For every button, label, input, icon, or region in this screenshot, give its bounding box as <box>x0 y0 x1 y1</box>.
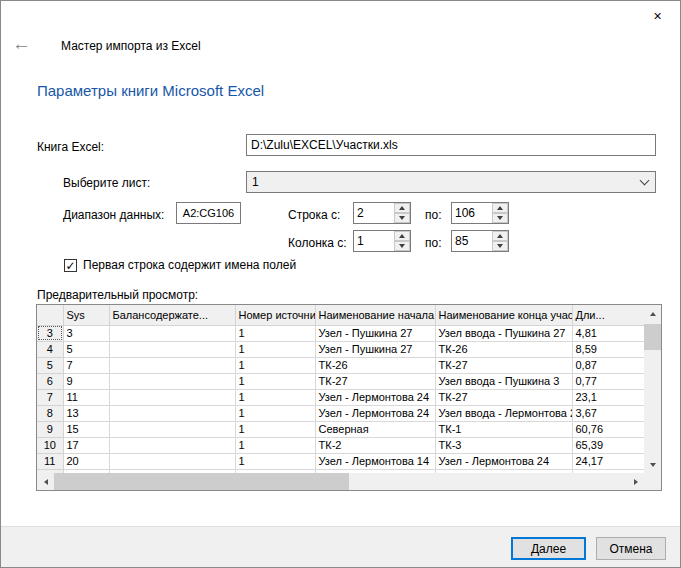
table-cell: 5 <box>63 341 109 357</box>
scroll-up-button[interactable] <box>644 305 661 322</box>
arrow-up-icon <box>399 234 405 238</box>
horizontal-scrollbar-thumb[interactable] <box>54 473 349 490</box>
row-from-input[interactable] <box>354 203 394 223</box>
table-cell: 0,77 <box>572 373 644 389</box>
column-header-corner <box>37 305 63 325</box>
table-cell: Узел - Лермонтова 24 <box>315 389 435 405</box>
range-label: Диапазон данных: <box>63 208 164 222</box>
table-cell: 1 <box>235 373 315 389</box>
preview-label: Предварительный просмотр: <box>37 288 198 302</box>
table-cell: 1 <box>235 421 315 437</box>
vertical-scrollbar-thumb[interactable] <box>644 324 661 350</box>
table-row[interactable]: 11201Узел - Лермонтова 14Узел - Лермонто… <box>37 453 644 469</box>
table-cell <box>109 421 235 437</box>
table-cell: 8,59 <box>572 341 644 357</box>
row-header: 11 <box>37 453 63 469</box>
table-cell: 60,76 <box>572 421 644 437</box>
table-cell: Узел ввода - Пушкина 3 <box>435 373 572 389</box>
col-from-input[interactable] <box>354 231 394 251</box>
arrow-up-icon <box>497 206 503 210</box>
table-cell <box>109 437 235 453</box>
table-cell: 4,81 <box>572 325 644 341</box>
scroll-left-button[interactable] <box>37 473 54 490</box>
back-arrow-icon: ← <box>12 33 31 54</box>
range-input[interactable] <box>176 202 241 224</box>
arrow-right-icon <box>634 479 638 485</box>
column-header-balance-holder: Балансодержате... <box>109 305 235 325</box>
table-cell: Узел - Пушкина 27 <box>315 325 435 341</box>
row-from-spin-down-button[interactable] <box>394 213 410 223</box>
close-button[interactable]: × <box>635 1 680 31</box>
col-to-spinner[interactable] <box>451 230 509 252</box>
col-to-spin-down-button[interactable] <box>492 241 508 251</box>
table-row[interactable]: 9151СевернаяТК-160,76 <box>37 421 644 437</box>
sheet-select[interactable]: 1 <box>246 171 656 193</box>
footer-bar: Далее Отмена <box>1 526 680 567</box>
row-from-spinner[interactable] <box>353 202 411 224</box>
column-header-source-number: Номер источника <box>235 305 315 325</box>
close-icon: × <box>653 8 661 24</box>
table-cell: 65,39 <box>572 437 644 453</box>
workbook-path-input[interactable] <box>246 134 656 156</box>
table-cell <box>109 325 235 341</box>
back-button[interactable]: ← <box>12 34 31 54</box>
col-from-spinner[interactable] <box>353 230 411 252</box>
table-cell: 7 <box>63 357 109 373</box>
table-cell: 13 <box>63 405 109 421</box>
first-row-checkbox[interactable]: ✓ Первая строка содержит имена полей <box>64 258 296 272</box>
arrow-down-icon <box>399 244 405 248</box>
table-cell: 23,1 <box>572 389 644 405</box>
table-cell: Узел ввода - Пушкина 27 <box>435 325 572 341</box>
row-header: 5 <box>37 357 63 373</box>
table-cell: 1 <box>235 389 315 405</box>
arrow-down-icon <box>650 463 656 467</box>
table-row[interactable]: 571ТК-26ТК-270,87 <box>37 357 644 373</box>
col-to-spin-up-button[interactable] <box>492 231 508 241</box>
table-row[interactable]: 691ТК-27Узел ввода - Пушкина 30,77 <box>37 373 644 389</box>
horizontal-scrollbar[interactable] <box>37 473 644 490</box>
table-row[interactable]: 8131Узел - Лермонтова 24Узел ввода - Лер… <box>37 405 644 421</box>
vertical-scrollbar[interactable] <box>644 305 661 473</box>
row-header: 7 <box>37 389 63 405</box>
arrow-down-icon <box>497 244 503 248</box>
table-cell: 1 <box>235 453 315 469</box>
sheet-selected-value: 1 <box>252 175 259 189</box>
row-header: 6 <box>37 373 63 389</box>
table-cell: Узел - Лермонтова 24 <box>435 453 572 469</box>
table-row[interactable]: 7111Узел - Лермонтова 24ТК-2723,1 <box>37 389 644 405</box>
table-cell: Узел - Лермонтова 14 <box>315 453 435 469</box>
preview-table: Sys Балансодержате... Номер источника На… <box>36 304 662 491</box>
row-from-spin-up-button[interactable] <box>394 203 410 213</box>
table-cell: 20 <box>63 453 109 469</box>
row-to-spinner[interactable] <box>451 202 509 224</box>
row-from-label: Строка с: <box>288 208 340 222</box>
col-from-spin-down-button[interactable] <box>394 241 410 251</box>
preview-table-viewport: Sys Балансодержате... Номер источника На… <box>37 305 644 473</box>
col-to-input[interactable] <box>452 231 492 251</box>
row-to-label: по: <box>425 208 442 222</box>
table-cell: 1 <box>235 437 315 453</box>
arrow-down-icon <box>497 216 503 220</box>
table-cell: ТК-26 <box>435 341 572 357</box>
row-to-input[interactable] <box>452 203 492 223</box>
table-cell: 24,17 <box>572 453 644 469</box>
table-cell: ТК-2 <box>315 437 435 453</box>
scroll-down-button[interactable] <box>644 456 661 473</box>
column-header-sys: Sys <box>63 305 109 325</box>
table-row[interactable]: 451Узел - Пушкина 27ТК-268,59 <box>37 341 644 357</box>
row-to-spin-down-button[interactable] <box>492 213 508 223</box>
table-row[interactable]: 331Узел - Пушкина 27Узел ввода - Пушкина… <box>37 325 644 341</box>
column-header-end-name: Наименование конца участка <box>435 305 572 325</box>
col-from-spin-up-button[interactable] <box>394 231 410 241</box>
chevron-down-icon <box>633 180 655 184</box>
table-cell: ТК-26 <box>315 357 435 373</box>
check-icon: ✓ <box>65 259 75 273</box>
scroll-right-button[interactable] <box>627 473 644 490</box>
table-row[interactable]: 10171ТК-2ТК-365,39 <box>37 437 644 453</box>
next-button[interactable]: Далее <box>511 537 586 560</box>
cancel-button[interactable]: Отмена <box>596 537 666 560</box>
row-to-spin-up-button[interactable] <box>492 203 508 213</box>
table-cell: 11 <box>63 389 109 405</box>
sheet-label: Выберите лист: <box>63 176 150 190</box>
table-header-row: Sys Балансодержате... Номер источника На… <box>37 305 644 325</box>
